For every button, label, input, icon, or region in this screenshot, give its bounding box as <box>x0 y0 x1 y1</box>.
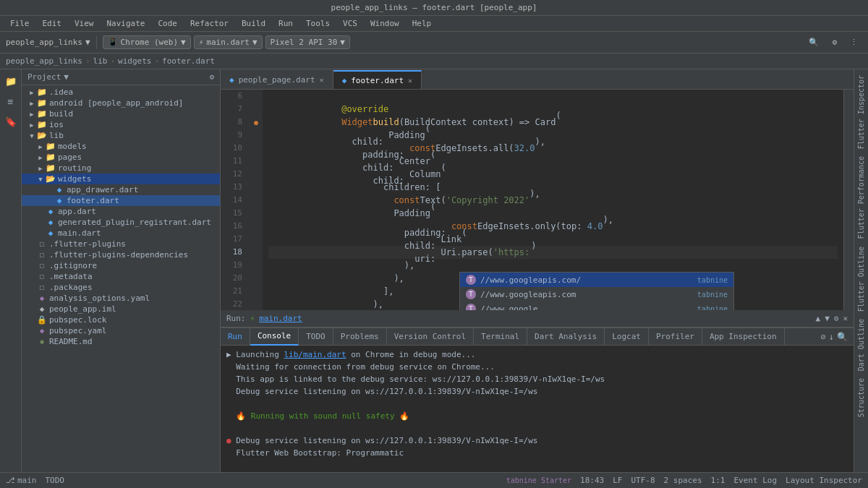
tree-item-widgets[interactable]: ▼ 📂 widgets <box>22 174 220 184</box>
tree-item-pages[interactable]: ▶ 📁 pages <box>22 152 220 163</box>
ac-item-3[interactable]: T //www.google tabnine <box>460 301 733 310</box>
menu-file[interactable]: File <box>4 17 35 30</box>
breadcrumb-3[interactable]: widgets <box>118 56 151 66</box>
menu-build[interactable]: Build <box>236 17 271 30</box>
tree-item-readme[interactable]: ◆ README.md <box>22 336 220 347</box>
bottom-tab-run[interactable]: Run <box>221 328 250 346</box>
todo-status[interactable]: TODO <box>46 476 65 485</box>
tree-item-pubspec-lock[interactable]: 🔒 pubspec.lock <box>22 314 220 325</box>
tab-footer[interactable]: ◆ footer.dart ✕ <box>333 70 422 89</box>
config-selector[interactable]: ⚡ main.dart ▼ <box>194 35 263 49</box>
tree-item-main[interactable]: ◆ main.dart <box>22 228 220 239</box>
menu-edit[interactable]: Edit <box>37 17 68 30</box>
ac-item-2[interactable]: T //www.googleapis.com tabnine <box>460 287 733 301</box>
layout-inspector[interactable]: Layout Inspector <box>786 476 862 485</box>
tree-item-generated[interactable]: ◆ generated_plugin_registrant.dart <box>22 217 220 228</box>
tree-item-android[interactable]: ▶ 📁 android [people_app_android] <box>22 98 220 108</box>
menu-tools[interactable]: Tools <box>300 17 336 30</box>
ac-provider-3: tabnine <box>697 305 728 311</box>
readme-label: README.md <box>49 337 93 346</box>
ac-item-1[interactable]: T //www.googleapis.com/ tabnine <box>460 273 733 287</box>
run-close-icon[interactable]: ✕ <box>843 314 848 323</box>
run-scroll-down[interactable]: ▼ <box>825 314 830 323</box>
device-selector[interactable]: 📱 Chrome (web) ▼ <box>103 35 191 49</box>
sdk-selector[interactable]: Pixel 2 API 30 ▼ <box>265 35 350 49</box>
git-status[interactable]: ⎇ main <box>6 476 37 485</box>
tree-item-build[interactable]: ▶ 📁 build <box>22 108 220 119</box>
editor-scrollbar[interactable] <box>843 90 854 310</box>
bookmark-icon[interactable]: 🔖 <box>2 113 20 130</box>
settings-btn[interactable]: ⚙ <box>827 36 841 48</box>
main-dart-link[interactable]: lib/main.dart <box>284 350 346 359</box>
code-editor[interactable]: 6 7 8 9 10 11 12 13 14 15 16 17 18 19 20… <box>221 90 854 310</box>
bottom-tab-dart-analysis[interactable]: Dart Analysis <box>527 328 605 346</box>
bottom-tab-problems[interactable]: Problems <box>333 328 387 346</box>
tree-item-flutter-plugins[interactable]: ◻ .flutter-plugins <box>22 239 220 249</box>
tree-item-gitignore[interactable]: ◻ .gitignore <box>22 260 220 271</box>
menu-code[interactable]: Code <box>152 17 183 30</box>
device-name: Chrome (web) <box>121 38 178 47</box>
idea-label: .idea <box>49 87 73 97</box>
event-log[interactable]: Event Log <box>733 476 777 485</box>
flutter-inspector-label[interactable]: Flutter Inspector <box>856 72 867 152</box>
more-btn[interactable]: ⋮ <box>846 36 862 48</box>
console-scroll-btn[interactable]: ↓ <box>829 332 834 342</box>
ln-9: 9 <box>221 129 245 142</box>
autocomplete-dropdown[interactable]: T //www.googleapis.com/ tabnine T //www.… <box>459 272 734 310</box>
bottom-tab-console[interactable]: Console <box>250 328 299 346</box>
console-clear-btn[interactable]: ⊘ <box>821 332 826 342</box>
tab-people-page-close[interactable]: ✕ <box>320 76 324 84</box>
bottom-tab-app-inspection[interactable]: App Inspection <box>702 328 785 346</box>
tree-item-iml[interactable]: ◆ people_app.iml <box>22 304 220 314</box>
breadcrumb-2[interactable]: lib <box>93 56 108 66</box>
project-selector[interactable]: people_app_links ▼ <box>6 38 90 47</box>
gutter: ● <box>250 90 263 310</box>
console-line-1: ▶ Launching lib/main.dart on Chrome in d… <box>226 348 848 361</box>
tree-item-app-drawer[interactable]: ◆ app_drawer.dart <box>22 184 220 195</box>
tab-footer-close[interactable]: ✕ <box>408 77 412 85</box>
bottom-tab-terminal[interactable]: Terminal <box>474 328 527 346</box>
tree-item-lib[interactable]: ▼ 📂 lib <box>22 130 220 141</box>
menu-refactor[interactable]: Refactor <box>184 17 234 30</box>
menu-window[interactable]: Window <box>365 17 405 30</box>
menu-vcs[interactable]: VCS <box>337 17 363 30</box>
tree-item-flutter-plugins-dep[interactable]: ◻ .flutter-plugins-dependencies <box>22 249 220 260</box>
encoding-display[interactable]: UTF-8 <box>631 476 655 485</box>
breadcrumb-1[interactable]: people_app_links <box>6 56 82 66</box>
breadcrumb-4[interactable]: footer.dart <box>162 56 215 66</box>
menu-view[interactable]: View <box>69 17 100 30</box>
menu-run[interactable]: Run <box>273 17 299 30</box>
bottom-tab-version-control[interactable]: Version Control <box>387 328 474 346</box>
tree-item-idea[interactable]: ▶ 📁 .idea <box>22 87 220 98</box>
tree-item-models[interactable]: ▶ 📁 models <box>22 141 220 152</box>
tree-item-metadata[interactable]: ◻ .metadata <box>22 271 220 282</box>
run-settings-icon[interactable]: ⚙ <box>834 314 839 323</box>
structure-label[interactable]: Structure <box>856 375 867 420</box>
bottom-tab-todo[interactable]: TODO <box>299 328 333 346</box>
run-config[interactable]: main.dart <box>259 314 302 323</box>
tab-people-page[interactable]: ◆ people_page.dart ✕ <box>221 70 333 89</box>
dart-outline-label[interactable]: Dart Outline <box>856 316 867 374</box>
menu-navigate[interactable]: Navigate <box>101 17 151 30</box>
lf-display[interactable]: LF <box>613 476 622 485</box>
tree-item-packages[interactable]: ◻ .packages <box>22 282 220 293</box>
search-btn[interactable]: 🔍 <box>804 36 823 48</box>
flutter-performance-label[interactable]: Flutter Performance <box>856 153 867 241</box>
bottom-tab-profiler[interactable]: Profiler <box>649 328 702 346</box>
console-filter-btn[interactable]: 🔍 <box>837 332 848 342</box>
run-scroll-up[interactable]: ▲ <box>816 314 821 323</box>
tree-item-footer[interactable]: ◆ footer.dart <box>22 195 220 206</box>
tree-item-ios[interactable]: ▶ 📁 ios <box>22 119 220 130</box>
ac-text-1: //www.googleapis.com/ <box>480 275 692 285</box>
tree-item-pubspec-yaml[interactable]: ◆ pubspec.yaml <box>22 325 220 336</box>
sidebar-settings-icon[interactable]: ⚙ <box>209 72 214 82</box>
indent-display[interactable]: 2 spaces <box>664 476 702 485</box>
project-icon[interactable]: 📁 <box>2 72 20 90</box>
structure-icon[interactable]: ≡ <box>2 93 20 110</box>
tree-item-routing[interactable]: ▶ 📁 routing <box>22 163 220 174</box>
bottom-tab-logcat[interactable]: Logcat <box>605 328 649 346</box>
tree-item-analysis-options[interactable]: ◆ analysis_options.yaml <box>22 293 220 304</box>
tree-item-app[interactable]: ◆ app.dart <box>22 206 220 217</box>
flutter-outline-label[interactable]: Flutter Outline <box>856 244 867 314</box>
menu-help[interactable]: Help <box>407 17 438 30</box>
